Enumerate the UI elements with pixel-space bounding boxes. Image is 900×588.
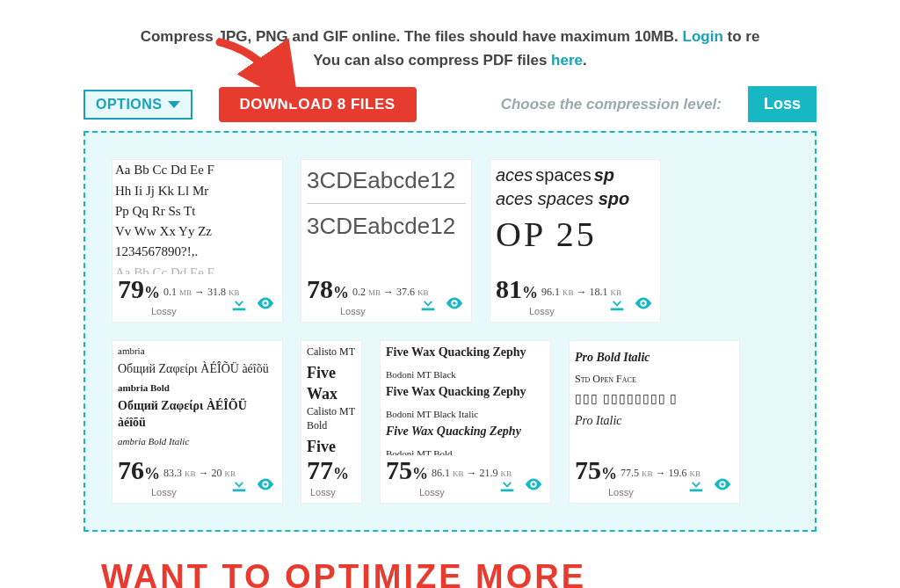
preview-icon[interactable] [524,475,543,497]
header-description: Compress JPG, PNG and GIF online. The fi… [0,0,900,81]
preview-icon[interactable] [256,475,275,497]
size-info: 83.3 KB → 20 KB [163,467,236,480]
compression-level-label: Choose the compression level: [501,96,722,113]
download-icon[interactable] [497,475,517,497]
thumbnail: Aa Bb Cc Dd Ee FHh Ii Jj Kk Ll MrPp Qq R… [112,160,282,274]
lossy-tab[interactable]: Loss [748,86,817,122]
result-card: Calisto MT Five Wax Calisto MT Bold Five… [301,340,362,504]
size-info: 0.1 MB → 31.8 KB [163,286,240,299]
percent-saved: 75% [575,455,617,485]
percent-saved: 81% [496,274,538,304]
download-all-button[interactable]: DOWNLOAD 8 FILES [219,87,417,122]
preview-icon[interactable] [256,294,275,316]
thumbnail: Pro Bold Italic Std Open Face ▯▯▯ ▯▯▯▯▯▯… [570,341,739,455]
percent-saved: 76% [118,455,160,485]
thumbnail: Five Wax Quacking Zephy Bodoni MT Black … [381,341,550,455]
preview-icon[interactable] [445,294,464,316]
thumbnail: aces spaces sp aces spaces spo OP 25 [490,160,660,274]
result-card: 3CDEabcde123CDEabcde12 78% 0.2 MB → 37.6… [301,159,472,323]
options-label: OPTIONS [96,97,163,113]
thumbnail: 3CDEabcde123CDEabcde12 [301,160,471,274]
toolbar: OPTIONS DOWNLOAD 8 FILES Choose the comp… [0,81,900,131]
percent-saved: 77% [307,455,349,485]
results-panel: Aa Bb Cc Dd Ee FHh Ii Jj Kk Ll MrPp Qq R… [83,131,817,532]
options-button[interactable]: OPTIONS [83,90,192,120]
login-link[interactable]: Login [683,28,723,45]
result-card: Five Wax Quacking Zephy Bodoni MT Black … [380,340,551,504]
download-icon[interactable] [418,294,438,316]
download-icon[interactable] [229,475,249,497]
thumbnail: ambria Общий Ζαφείρι ÀÉÎÕÜ àéîõü ambria … [112,341,282,455]
pdf-here-link[interactable]: here [551,52,583,69]
download-icon[interactable] [607,294,627,316]
result-card: aces spaces sp aces spaces spo OP 25 81%… [490,159,661,323]
download-icon[interactable] [686,475,706,497]
preview-icon[interactable] [713,475,732,497]
download-icon[interactable] [229,294,249,316]
percent-saved: 78% [307,274,349,304]
percent-saved: 79% [118,274,160,304]
percent-saved: 75% [386,455,428,485]
result-card: Pro Bold Italic Std Open Face ▯▯▯ ▯▯▯▯▯▯… [569,340,740,504]
mode-label: Lossy [301,487,361,503]
size-info: 0.2 MB → 37.6 KB [352,286,429,299]
preview-icon[interactable] [634,294,653,316]
thumbnail: Calisto MT Five Wax Calisto MT Bold Five… [301,341,361,455]
result-card: ambria Общий Ζαφείρι ÀÉÎÕÜ àéîõü ambria … [112,340,283,504]
result-card: Aa Bb Cc Dd Ee FHh Ii Jj Kk Ll MrPp Qq R… [112,159,283,323]
cta-headline: WANT TO OPTIMIZE MORE [0,532,900,588]
results-grid: Aa Bb Cc Dd Ee FHh Ii Jj Kk Ll MrPp Qq R… [112,159,806,504]
chevron-down-icon [168,101,180,108]
